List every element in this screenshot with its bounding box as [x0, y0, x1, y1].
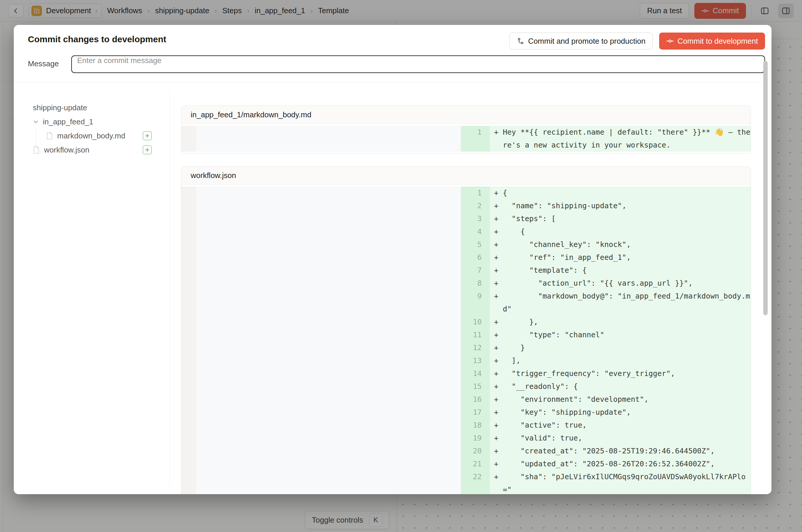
diff-add-sign: +	[494, 238, 503, 251]
diff-old-side	[196, 290, 461, 316]
diff-old-gutter	[181, 367, 196, 380]
diff-line: 7+ "template": {	[181, 264, 751, 277]
diff-line-number: 10	[461, 316, 490, 328]
diff-line: 12+ }	[181, 341, 751, 354]
diff-line-content: + "name": "shipping-update",	[490, 200, 751, 212]
diff-line: 5+ "channel_key": "knock",	[181, 238, 751, 251]
diff-line-number: 6	[461, 251, 490, 264]
file-icon	[46, 132, 53, 140]
diff-old-gutter	[181, 457, 196, 470]
diff-old-gutter	[181, 212, 196, 225]
diff-old-side	[196, 316, 461, 328]
diff-code-text: "trigger_frequency": "every_trigger",	[503, 367, 751, 380]
diff-old-side	[196, 470, 461, 494]
diff-line: 22+ "sha": "pJeLVir6xIlUCMGqs9qroZoUAVDS…	[181, 470, 751, 494]
diff-filename: workflow.json	[181, 167, 751, 185]
modal-scrollbar-thumb[interactable]	[763, 61, 768, 315]
diff-code-text: "active": true,	[503, 419, 751, 432]
file-added-badge: +	[143, 146, 152, 154]
diff-line-number: 11	[461, 328, 490, 341]
diff-line-content: + "__readonly": {	[490, 380, 751, 393]
diff-old-gutter	[181, 200, 196, 212]
diff-code-text: "key": "shipping-update",	[503, 406, 751, 419]
diff-old-gutter	[181, 251, 196, 264]
diff-add-sign: +	[494, 470, 503, 494]
diff-add-sign: +	[494, 457, 503, 470]
diff-add-sign: +	[494, 341, 503, 354]
diff-add-sign: +	[494, 432, 503, 444]
promote-branch-icon	[517, 37, 524, 45]
tree-file-workflow-json[interactable]: workflow.json +	[33, 143, 152, 157]
tree-folder-in-app-feed[interactable]: in_app_feed_1	[33, 115, 152, 129]
diff-old-side	[196, 238, 461, 251]
diff-code-text: Hey **{{ recipient.name | default: "ther…	[503, 126, 751, 152]
diff-line-number: 18	[461, 419, 490, 432]
diff-line: 10+ },	[181, 316, 751, 328]
diff-old-gutter	[181, 290, 196, 316]
commit-and-promote-button[interactable]: Commit and promote to production	[509, 33, 653, 50]
diff-old-gutter	[181, 264, 196, 277]
diff-line-number: 5	[461, 238, 490, 251]
diff-code-text: "name": "shipping-update",	[503, 200, 751, 212]
diff-body: 1+Hey **{{ recipient.name | default: "th…	[181, 124, 751, 153]
diff-old-gutter	[181, 406, 196, 419]
diff-old-gutter	[181, 444, 196, 457]
message-label: Message	[28, 59, 59, 68]
diff-line-content: + "template": {	[490, 264, 751, 277]
diff-old-side	[196, 251, 461, 264]
diff-line-number: 22	[461, 470, 490, 494]
diff-old-gutter	[181, 277, 196, 290]
diff-line: 8+ "action_url": "{{ vars.app_url }}",	[181, 277, 751, 290]
diff-code-text: "created_at": "2025-08-25T19:29:46.64450…	[503, 444, 751, 457]
diff-line-number: 20	[461, 444, 490, 457]
diff-line-content: + "created_at": "2025-08-25T19:29:46.644…	[490, 444, 751, 457]
diff-line: 1+Hey **{{ recipient.name | default: "th…	[181, 126, 751, 152]
tree-root-label: shipping-update	[33, 103, 152, 112]
diff-line-content: + "action_url": "{{ vars.app_url }}",	[490, 277, 751, 290]
diff-line-content: + "key": "shipping-update",	[490, 406, 751, 419]
commit-message-input[interactable]	[71, 55, 765, 73]
diff-line-content: + "environment": "development",	[490, 393, 751, 406]
commit-to-development-button[interactable]: Commit to development	[659, 33, 765, 50]
diff-add-sign: +	[494, 393, 503, 406]
diff-old-side	[196, 444, 461, 457]
diff-line-number: 17	[461, 406, 490, 419]
diff-old-side	[196, 354, 461, 367]
changed-files-tree: shipping-update in_app_feed_1 markdown_b…	[14, 82, 170, 494]
diff-old-side	[196, 393, 461, 406]
diff-line-number: 19	[461, 432, 490, 444]
diff-line-number: 12	[461, 341, 490, 354]
commit-modal: Commit changes to development Commit and…	[14, 25, 771, 494]
diff-line-number: 9	[461, 290, 490, 316]
diff-code-text: "environment": "development",	[503, 393, 751, 406]
diff-code-text: "updated_at": "2025-08-26T20:26:52.36400…	[503, 457, 751, 470]
diff-old-gutter	[181, 238, 196, 251]
diff-line-content: + "type": "channel"	[490, 328, 751, 341]
diff-line-number: 15	[461, 380, 490, 393]
diff-line: 4+ {	[181, 225, 751, 238]
tree-file-markdown-body[interactable]: markdown_body.md +	[46, 129, 152, 143]
tree-file-label: workflow.json	[44, 146, 139, 155]
diff-line-content: + "active": true,	[490, 419, 751, 432]
diff-old-side	[196, 225, 461, 238]
diff-old-gutter	[181, 225, 196, 238]
diff-code-text: {	[503, 187, 751, 200]
diff-code-text: }	[503, 341, 751, 354]
diff-line-content: + },	[490, 316, 751, 328]
diff-old-side	[196, 432, 461, 444]
diff-code-text: "valid": true,	[503, 432, 751, 444]
diff-code-text: "steps": [	[503, 212, 751, 225]
diff-old-gutter	[181, 354, 196, 367]
diff-code-text: "type": "channel"	[503, 328, 751, 341]
diff-old-gutter	[181, 341, 196, 354]
tree-indent-guide	[36, 129, 36, 147]
diff-add-sign: +	[494, 200, 503, 212]
diff-old-side	[196, 200, 461, 212]
diff-line: 14+ "trigger_frequency": "every_trigger"…	[181, 367, 751, 380]
diff-add-sign: +	[494, 406, 503, 419]
diff-add-sign: +	[494, 212, 503, 225]
diff-old-side	[196, 212, 461, 225]
diff-line-number: 2	[461, 200, 490, 212]
diff-add-sign: +	[494, 187, 503, 200]
diff-line: 3+ "steps": [	[181, 212, 751, 225]
